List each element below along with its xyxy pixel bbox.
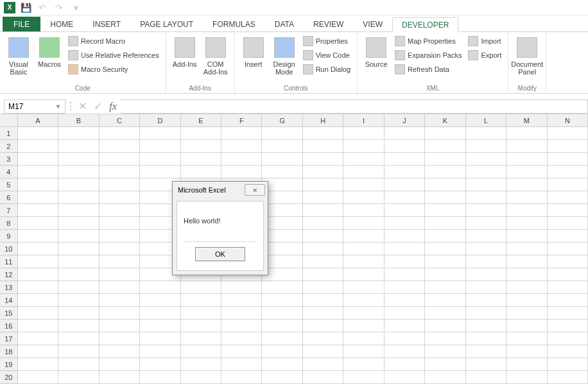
cell[interactable]	[58, 345, 99, 358]
cell[interactable]	[303, 166, 343, 178]
cell[interactable]	[506, 371, 547, 384]
cell[interactable]	[58, 178, 99, 191]
cell[interactable]	[548, 281, 588, 294]
cell[interactable]	[262, 332, 302, 345]
properties-button[interactable]: Properties	[300, 35, 353, 47]
cell[interactable]	[343, 204, 384, 217]
cell[interactable]	[221, 345, 262, 358]
cell[interactable]	[181, 345, 221, 358]
column-header[interactable]: K	[425, 114, 465, 127]
cell[interactable]	[343, 230, 384, 243]
cell[interactable]	[385, 345, 425, 358]
cell[interactable]	[58, 230, 99, 243]
row-header[interactable]: 15	[0, 307, 18, 320]
cell[interactable]	[506, 217, 547, 230]
cell[interactable]	[506, 153, 547, 166]
cell[interactable]	[343, 358, 384, 371]
cell[interactable]	[303, 204, 343, 217]
cell[interactable]	[343, 166, 384, 178]
cell[interactable]	[466, 204, 506, 217]
row-header[interactable]: 13	[0, 281, 18, 294]
cell[interactable]	[425, 140, 465, 153]
cell[interactable]	[99, 294, 140, 307]
cell[interactable]	[262, 255, 302, 268]
cell[interactable]	[548, 307, 588, 320]
cell[interactable]	[425, 153, 465, 166]
cell[interactable]	[466, 217, 506, 230]
cell[interactable]	[548, 243, 588, 255]
cell[interactable]	[303, 345, 343, 358]
cell[interactable]	[58, 166, 99, 178]
cell[interactable]	[262, 153, 302, 166]
cell[interactable]	[466, 191, 506, 204]
cell[interactable]	[18, 140, 58, 153]
cell[interactable]	[262, 268, 302, 281]
cell[interactable]	[385, 127, 425, 140]
cell[interactable]	[18, 332, 58, 345]
export-button[interactable]: Export	[465, 49, 504, 62]
refresh-data-button[interactable]: Refresh Data	[392, 63, 464, 76]
tab-home[interactable]: HOME	[40, 17, 83, 31]
cell[interactable]	[385, 307, 425, 320]
cell[interactable]	[140, 332, 180, 345]
cell[interactable]	[99, 191, 140, 204]
insert-control-button[interactable]: Insert	[239, 35, 268, 78]
undo-icon[interactable]: ↶	[36, 1, 49, 14]
cell[interactable]	[506, 320, 547, 332]
use-relative-references-button[interactable]: Use Relative References	[65, 49, 162, 62]
cell[interactable]	[343, 371, 384, 384]
cell[interactable]	[343, 153, 384, 166]
column-header[interactable]: G	[262, 114, 302, 127]
cell[interactable]	[385, 294, 425, 307]
cell[interactable]	[58, 127, 99, 140]
cell[interactable]	[425, 281, 465, 294]
cell[interactable]	[303, 217, 343, 230]
cell[interactable]	[425, 178, 465, 191]
cell[interactable]	[140, 281, 180, 294]
tab-developer[interactable]: DEVELOPER	[392, 17, 458, 32]
cell[interactable]	[18, 358, 58, 371]
cell[interactable]	[58, 268, 99, 281]
row-header[interactable]: 5	[0, 178, 18, 191]
column-header[interactable]: F	[221, 114, 262, 127]
cell[interactable]	[262, 294, 302, 307]
row-header[interactable]: 19	[0, 358, 18, 371]
cell[interactable]	[425, 166, 465, 178]
cell[interactable]	[99, 268, 140, 281]
cell[interactable]	[343, 140, 384, 153]
cell[interactable]	[506, 191, 547, 204]
cell[interactable]	[140, 140, 180, 153]
cell[interactable]	[506, 166, 547, 178]
row-header[interactable]: 7	[0, 204, 18, 217]
tab-review[interactable]: REVIEW	[304, 17, 353, 31]
cell[interactable]	[343, 178, 384, 191]
cell[interactable]	[343, 320, 384, 332]
cell[interactable]	[385, 358, 425, 371]
macros-button[interactable]: Macros	[35, 35, 64, 78]
cell[interactable]	[181, 332, 221, 345]
cell[interactable]	[385, 153, 425, 166]
cell[interactable]	[18, 217, 58, 230]
cell[interactable]	[425, 243, 465, 255]
cell[interactable]	[506, 178, 547, 191]
cell[interactable]	[466, 371, 506, 384]
cell[interactable]	[18, 268, 58, 281]
cell[interactable]	[99, 127, 140, 140]
name-box-dropdown-icon[interactable]: ▼	[55, 103, 61, 110]
map-properties-button[interactable]: Map Properties	[392, 35, 464, 47]
cell[interactable]	[18, 204, 58, 217]
cell[interactable]	[466, 178, 506, 191]
cell[interactable]	[343, 281, 384, 294]
cell[interactable]	[221, 307, 262, 320]
cell[interactable]	[548, 255, 588, 268]
cancel-formula-icon[interactable]: ✕	[74, 99, 90, 114]
cell[interactable]	[343, 294, 384, 307]
cell[interactable]	[140, 294, 180, 307]
cell[interactable]	[221, 320, 262, 332]
cell[interactable]	[385, 191, 425, 204]
cell[interactable]	[303, 320, 343, 332]
row-header[interactable]: 3	[0, 153, 18, 166]
row-header[interactable]: 14	[0, 294, 18, 307]
cell[interactable]	[506, 294, 547, 307]
cell[interactable]	[58, 255, 99, 268]
